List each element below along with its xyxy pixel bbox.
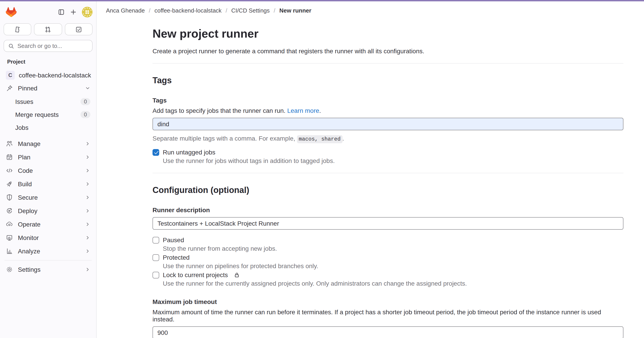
section-divider: [152, 63, 624, 64]
project-avatar: C: [6, 71, 15, 80]
tags-help-text: Separate multiple tags with a comma. For…: [152, 135, 624, 142]
shield-icon: [6, 194, 13, 201]
breadcrumb-link[interactable]: CI/CD Settings: [231, 7, 270, 14]
sidebar-item-settings[interactable]: Settings: [2, 263, 94, 276]
paused-group: Paused Stop the runner from accepting ne…: [152, 236, 624, 252]
tags-field-label: Tags: [152, 97, 624, 104]
issue-document-icon: [14, 26, 21, 33]
sidebar-section-label: Project: [7, 59, 96, 65]
timeout-label: Maximum job timeout: [152, 298, 624, 305]
merge-requests-shortcut-button[interactable]: [34, 23, 62, 35]
chevron-right-icon: [85, 195, 90, 200]
merge-request-icon: [44, 26, 52, 33]
sidebar-item-plan[interactable]: Plan: [2, 150, 94, 164]
gear-icon: [6, 266, 13, 273]
chart-icon: [6, 248, 13, 255]
search-icon: [8, 43, 14, 49]
configuration-section-heading: Configuration (optional): [152, 185, 624, 195]
gitlab-app: Search or go to... Project C coffee-back…: [0, 0, 644, 338]
run-untagged-group: Run untagged jobs Use the runner for job…: [152, 149, 624, 164]
sidebar-item-operate[interactable]: Operate: [2, 218, 94, 231]
tags-input[interactable]: [152, 118, 624, 130]
todo-shortcut-button[interactable]: [64, 23, 92, 35]
users-icon: [6, 140, 13, 147]
breadcrumb-link[interactable]: Anca Ghenade: [106, 7, 145, 14]
chevron-right-icon: [85, 267, 90, 272]
tag-example-code: macos, shared: [297, 135, 342, 143]
lock-projects-checkbox[interactable]: [152, 271, 159, 278]
collapse-sidebar-icon[interactable]: [58, 9, 65, 16]
run-untagged-help: Use the runner for jobs without tags in …: [163, 157, 624, 164]
sidebar-item-analyze[interactable]: Analyze: [2, 244, 94, 258]
sidebar-item-manage[interactable]: Manage: [2, 137, 94, 150]
sidebar-divider: [4, 260, 92, 260]
paused-checkbox[interactable]: [152, 237, 159, 243]
page-content: New project runner Create a project runn…: [96, 20, 624, 338]
issues-count-badge: 0: [80, 98, 90, 105]
timeout-description: Maximum amount of time the runner can ru…: [152, 308, 624, 323]
lock-projects-help: Use the runner for the currently assigne…: [163, 280, 624, 287]
runner-description-label: Runner description: [152, 206, 624, 214]
chevron-right-icon: [85, 222, 90, 227]
sidebar-shortcuts: [4, 23, 92, 35]
chevron-down-icon: [85, 86, 90, 91]
breadcrumb: Anca Ghenade / coffee-backend-localstack…: [96, 1, 644, 20]
calendar-icon: [6, 154, 13, 161]
protected-help: Use the runner on pipelines for protecte…: [163, 262, 624, 269]
code-icon: [6, 167, 13, 174]
lock-projects-label: Lock to current projects: [163, 271, 228, 278]
page-description: Create a project runner to generate a co…: [152, 48, 624, 55]
protected-label: Protected: [163, 254, 190, 261]
chevron-right-icon: [85, 141, 90, 146]
sidebar-project-item[interactable]: C coffee-backend-localstack: [2, 69, 94, 82]
plus-icon[interactable]: [70, 9, 77, 16]
timeout-input[interactable]: [152, 326, 624, 338]
sidebar-item-build[interactable]: Build: [2, 177, 94, 191]
sidebar-item-merge-requests[interactable]: Merge requests 0: [2, 108, 94, 121]
chevron-right-icon: [85, 235, 90, 240]
sidebar-item-secure[interactable]: Secure: [2, 191, 94, 204]
issues-shortcut-button[interactable]: [4, 23, 32, 35]
learn-more-link[interactable]: Learn more: [287, 107, 319, 114]
section-divider: [152, 173, 624, 173]
chevron-right-icon: [85, 208, 90, 214]
sidebar-item-deploy[interactable]: Deploy: [2, 204, 94, 218]
project-name: coffee-backend-localstack: [19, 72, 91, 79]
paused-help: Stop the runner from accepting new jobs.: [163, 245, 624, 252]
page-title: New project runner: [152, 27, 624, 41]
breadcrumb-current: New runner: [279, 7, 311, 14]
chevron-right-icon: [85, 168, 90, 173]
run-untagged-checkbox[interactable]: [152, 149, 159, 156]
tags-field-description: Add tags to specify jobs that the runner…: [152, 107, 624, 114]
rocket-icon: [6, 180, 13, 188]
chevron-right-icon: [85, 248, 90, 254]
sidebar-pinned-toggle[interactable]: Pinned: [2, 82, 94, 95]
runner-description-input[interactable]: [152, 217, 624, 230]
monitor-icon: [6, 234, 13, 241]
sidebar-item-monitor[interactable]: Monitor: [2, 231, 94, 244]
sidebar: Search or go to... Project C coffee-back…: [0, 1, 96, 338]
sidebar-nav: Manage Plan Code Build: [0, 137, 96, 258]
protected-group: Protected Use the runner on pipelines fo…: [152, 254, 624, 269]
deploy-icon: [6, 207, 13, 214]
sidebar-item-issues[interactable]: Issues 0: [2, 95, 94, 108]
merge-requests-count-badge: 0: [80, 111, 90, 118]
lock-projects-group: Lock to current projects Use the runner …: [152, 271, 624, 287]
pin-icon: [6, 85, 13, 92]
user-avatar[interactable]: [82, 7, 92, 18]
chevron-right-icon: [85, 181, 90, 187]
paused-label: Paused: [163, 236, 184, 243]
search-input[interactable]: Search or go to...: [4, 40, 92, 52]
chevron-right-icon: [85, 154, 90, 160]
search-placeholder: Search or go to...: [18, 43, 62, 49]
sidebar-item-jobs[interactable]: Jobs: [2, 121, 94, 134]
protected-checkbox[interactable]: [152, 254, 159, 261]
sidebar-pinned-label: Pinned: [18, 85, 37, 92]
cloud-pod-icon: [6, 221, 13, 228]
lock-icon: [234, 272, 240, 278]
gitlab-logo-icon[interactable]: [6, 7, 16, 18]
breadcrumb-link[interactable]: coffee-backend-localstack: [154, 7, 222, 14]
sidebar-item-code[interactable]: Code: [2, 164, 94, 177]
tags-section-heading: Tags: [152, 76, 624, 86]
main-area: Anca Ghenade / coffee-backend-localstack…: [96, 1, 644, 338]
